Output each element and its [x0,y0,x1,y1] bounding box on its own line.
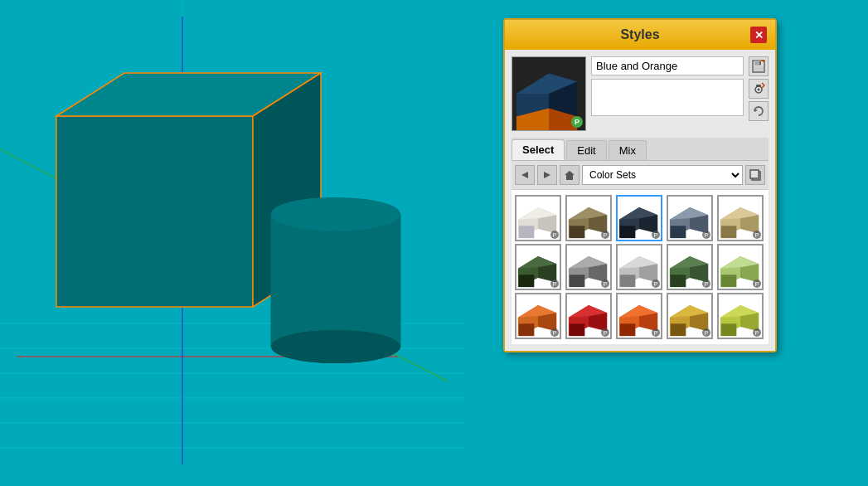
tab-edit[interactable]: Edit [566,140,606,160]
style-preview: P [512,56,586,131]
swatch-9[interactable]: P [667,244,713,290]
swatch-9-pin: P [702,279,710,288]
swatch-1-pin: P [550,231,559,239]
swatch-11[interactable]: P [515,293,561,339]
swatch-3-pin: P [652,231,660,239]
color-sets-dropdown[interactable]: Color Sets Default Custom [582,165,743,185]
swatch-5[interactable]: P [717,195,764,241]
swatch-11-pin: P [550,328,559,337]
panel-body: P [505,50,775,351]
action-buttons [749,56,769,121]
swatch-6[interactable]: P [515,244,561,290]
swatch-7-pin: P [601,279,609,288]
tabs-row: Select Edit Mix [512,138,769,161]
svg-marker-37 [544,172,550,178]
styles-panel: Styles ✕ P [503,18,777,352]
svg-rect-33 [756,85,761,87]
svg-rect-40 [750,170,759,178]
svg-rect-48 [570,226,585,238]
preview-area: P [512,56,769,131]
svg-rect-30 [759,61,761,65]
swatch-14[interactable]: P [667,293,713,339]
tab-mix[interactable]: Mix [609,140,647,160]
refresh-button[interactable] [749,101,769,121]
svg-rect-60 [721,226,737,238]
swatch-13-pin: P [652,328,660,337]
style-description-input[interactable] [591,79,744,116]
swatch-15[interactable]: P [717,293,764,339]
swatch-6-pin: P [550,279,559,288]
swatch-4[interactable]: P [667,195,713,241]
preview-info [591,56,744,116]
svg-rect-72 [620,275,636,287]
svg-marker-38 [565,171,575,180]
svg-marker-36 [521,172,528,178]
svg-rect-80 [721,275,737,287]
swatch-4-pin: P [702,231,710,239]
back-button[interactable] [515,165,535,185]
swatch-2[interactable]: P [565,195,612,241]
svg-rect-52 [620,226,636,238]
svg-rect-88 [570,323,585,336]
panel-titlebar: Styles ✕ [505,20,775,50]
swatch-8-pin: P [652,279,660,288]
svg-rect-92 [620,323,636,336]
svg-rect-44 [519,226,535,238]
swatch-15-pin: P [753,328,761,337]
tab-select[interactable]: Select [512,139,565,160]
swatch-7[interactable]: P [565,244,612,290]
forward-button[interactable] [537,165,557,185]
panel-title: Styles [530,27,750,42]
svg-rect-84 [519,323,535,336]
svg-rect-76 [671,275,686,287]
svg-rect-56 [671,226,686,238]
save-style-button[interactable] [749,56,769,76]
swatch-8[interactable]: P [616,244,662,290]
svg-rect-68 [570,275,585,287]
svg-point-34 [758,89,760,91]
svg-point-20 [271,197,400,231]
swatch-5-pin: P [753,231,761,239]
svg-rect-64 [519,275,535,287]
swatch-10[interactable]: P [717,244,764,290]
swatch-14-pin: P [702,328,710,337]
style-name-input[interactable] [591,56,744,75]
svg-point-19 [271,330,400,363]
swatch-1[interactable]: P [515,195,561,241]
swatch-3[interactable]: P [616,195,662,241]
swatch-12-pin: P [601,328,609,337]
swatches-grid: P P P [512,190,769,344]
3d-scene [0,0,464,486]
svg-marker-10 [56,116,253,307]
copy-button[interactable] [745,165,765,185]
close-button[interactable]: ✕ [750,27,767,43]
home-button[interactable] [560,165,579,185]
toolbar-row: Color Sets Default Custom [512,161,769,190]
svg-marker-35 [754,109,758,112]
swatch-10-pin: P [753,279,761,288]
svg-rect-29 [754,66,764,71]
svg-rect-100 [721,323,737,336]
svg-rect-14 [271,214,400,347]
swatch-2-pin: P [601,231,609,239]
svg-rect-96 [671,323,686,336]
update-preview-button[interactable] [749,79,769,99]
swatch-12[interactable]: P [565,293,612,339]
swatch-13[interactable]: P [616,293,662,339]
